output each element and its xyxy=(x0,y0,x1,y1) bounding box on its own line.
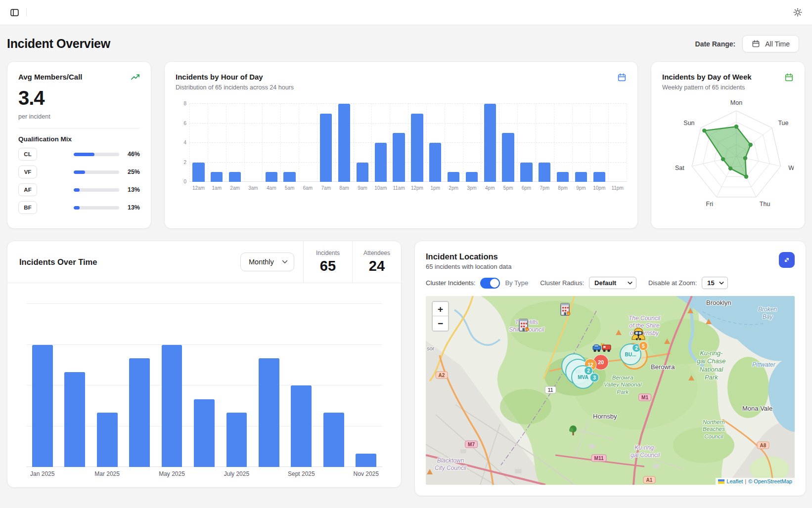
over-time-title: Incidents Over Time xyxy=(19,257,97,267)
qualification-percentage: 46% xyxy=(119,151,140,158)
map-place-label: Berowra xyxy=(651,363,675,371)
toggle-knob xyxy=(490,279,499,288)
road-shield-badge: M1 xyxy=(638,394,651,401)
stat-incidents-label: Incidents xyxy=(316,250,340,256)
radar-data-point xyxy=(743,156,747,160)
map-attribution: Leaflet | © OpenStreetMap xyxy=(716,478,795,485)
car-crash-icon[interactable] xyxy=(592,341,612,354)
qualification-code-badge: AF xyxy=(18,183,37,196)
gridline-vertical xyxy=(371,104,372,182)
y-axis-tick-label: 2 xyxy=(176,159,186,165)
road-shield-badge: M7 xyxy=(465,441,478,448)
openstreetmap-link[interactable]: © OpenStreetMap xyxy=(748,478,792,484)
disable-zoom-select[interactable]: 15 xyxy=(702,277,728,289)
calendar-icon xyxy=(752,40,760,48)
hourly-card-subtitle: Distribution of 65 incidents across 24 h… xyxy=(176,84,294,91)
bar-Jun 2025 xyxy=(194,399,215,467)
bar-8pm xyxy=(557,172,569,182)
x-axis-tick-label: 9pm xyxy=(576,185,586,191)
zoom-out-button[interactable]: − xyxy=(433,316,448,331)
gridline-vertical xyxy=(335,104,336,182)
zoom-in-button[interactable]: + xyxy=(433,302,448,316)
qualification-progress-fill xyxy=(74,206,80,210)
incident-cluster-marker[interactable]: 3 xyxy=(590,373,599,382)
cluster-mode-label: By Type xyxy=(505,279,528,287)
date-range-button[interactable]: All Time xyxy=(742,35,799,52)
gridline-vertical xyxy=(590,104,590,182)
y-axis-tick-label: 4 xyxy=(176,139,186,145)
bar-Oct 2025 xyxy=(323,413,344,467)
radar-axis-label: Mon xyxy=(730,99,742,106)
x-axis-tick-label: Nov 2025 xyxy=(354,470,379,477)
radar-data-point xyxy=(749,143,753,147)
building-fire-icon[interactable] xyxy=(515,316,532,333)
hourly-card-title: Incidents by Hour of Day xyxy=(176,73,294,81)
bar-3pm xyxy=(466,172,478,182)
bar-Aug 2025 xyxy=(259,358,279,467)
x-axis-tick-label: 3pm xyxy=(467,185,476,191)
bar-Mar 2025 xyxy=(97,413,118,467)
radar-axis-label: Tue xyxy=(778,120,788,127)
cluster-incidents-label: Cluster Incidents: xyxy=(426,279,475,287)
period-select[interactable]: Monthly xyxy=(240,253,294,271)
qualification-row: CL46% xyxy=(18,148,140,161)
x-axis-tick-label: 6pm xyxy=(522,185,531,191)
tree-icon[interactable] xyxy=(568,424,578,436)
qualification-progress-track xyxy=(74,188,119,192)
gridline-vertical xyxy=(554,104,554,182)
hazmat-icon[interactable] xyxy=(631,327,646,346)
leaflet-link[interactable]: Leaflet xyxy=(726,478,743,484)
weekly-card: Incidents by Day of Week Weekly pattern … xyxy=(651,61,805,229)
building-fire-icon[interactable] xyxy=(557,300,574,317)
topbar-divider xyxy=(26,8,27,16)
page-header: Incident Overview Date Range: All Time xyxy=(0,25,812,61)
gridline-vertical xyxy=(317,104,317,182)
cluster-radius-select[interactable]: Default xyxy=(589,277,636,289)
y-axis-tick-label: 8 xyxy=(176,100,186,106)
top-card-row: Avg Members/Call 3.4 per incident Qualif… xyxy=(0,61,812,229)
radar-data-point xyxy=(702,128,706,132)
bar-Sept 2025 xyxy=(291,385,312,467)
x-axis-tick-label: 11pm xyxy=(611,185,623,191)
leaflet-map[interactable]: BrooklynBroken BayThe Council of the Shi… xyxy=(426,296,795,485)
qualification-progress-track xyxy=(74,170,119,174)
qualification-code-badge: VF xyxy=(18,166,37,178)
metric-caption: per incident xyxy=(18,113,140,120)
gridline-vertical xyxy=(244,104,245,182)
qualification-progress-fill xyxy=(74,170,85,174)
sidebar-toggle-button[interactable] xyxy=(9,7,20,18)
qualification-percentage: 25% xyxy=(119,169,140,175)
cluster-toggle[interactable] xyxy=(480,278,500,289)
expand-icon xyxy=(783,256,791,264)
gridline xyxy=(26,344,382,345)
bar-4pm xyxy=(484,104,496,182)
page-title: Incident Overview xyxy=(7,37,110,51)
theme-toggle-button[interactable] xyxy=(792,7,803,18)
x-axis-tick-label: Jan 2025 xyxy=(30,470,54,477)
map-place-label: Broken Bay xyxy=(758,306,777,321)
road-shield-badge: A8 xyxy=(757,442,769,449)
map-place-label: Ku-ring- gai Council xyxy=(631,444,660,459)
qualification-row: VF25% xyxy=(18,166,140,178)
stat-attendees-label: Attendees xyxy=(363,250,390,256)
qualification-progress-track xyxy=(74,206,119,210)
trending-up-icon xyxy=(131,73,140,82)
map-place-label: Pittwater xyxy=(752,361,775,369)
gridline-vertical xyxy=(262,104,263,182)
x-axis-tick-label: 1pm xyxy=(431,185,440,191)
qualification-progress-fill xyxy=(74,153,94,156)
cluster-radius-label: Cluster Radius: xyxy=(540,279,584,287)
x-axis-tick-label: 7am xyxy=(321,185,331,191)
bar-1am xyxy=(211,172,223,182)
stat-attendees: Attendees 24 xyxy=(352,241,401,283)
map-overlay: BrooklynBroken BayThe Council of the Shi… xyxy=(426,296,795,485)
gridline-vertical xyxy=(280,104,281,182)
bar-10am xyxy=(375,143,387,182)
period-select-wrap: Monthly xyxy=(240,253,294,271)
bar-7am xyxy=(320,114,332,182)
expand-map-button[interactable] xyxy=(779,252,795,268)
date-range-label: Date Range: xyxy=(695,40,736,48)
bar-6pm xyxy=(520,163,532,182)
y-axis-tick-label: 6 xyxy=(176,120,186,126)
bar-5am xyxy=(283,172,295,182)
